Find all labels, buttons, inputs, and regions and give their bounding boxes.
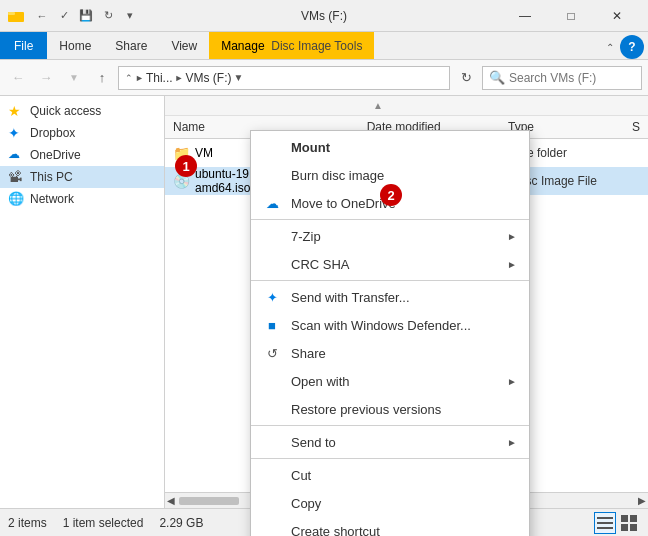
svg-rect-3 — [597, 522, 613, 524]
file-label-vm: VM — [195, 146, 213, 160]
ribbon-collapse-icon[interactable]: ⌃ — [606, 42, 614, 53]
qa-undo-btn[interactable]: ↻ — [98, 6, 118, 26]
qa-dropdown-btn[interactable]: ▾ — [120, 6, 140, 26]
ctx-item-openwith[interactable]: Open with ► — [251, 367, 529, 395]
title-bar: ← ✓ 💾 ↻ ▾ VMs (F:) — □ ✕ — [0, 0, 648, 32]
sidebar-label-thispc: This PC — [30, 170, 73, 184]
ctx-item-mount[interactable]: Mount — [251, 133, 529, 161]
col-header-size[interactable]: S — [624, 120, 648, 134]
sidebar-item-quickaccess[interactable]: ★ Quick access — [0, 100, 164, 122]
dropbox-icon: ✦ — [8, 125, 24, 141]
ctx-shortcut-label: Create shortcut — [291, 524, 517, 537]
forward-button[interactable]: → — [34, 66, 58, 90]
ctx-openwith-arrow: ► — [507, 376, 517, 387]
refresh-button[interactable]: ↻ — [454, 66, 478, 90]
sidebar-item-onedrive[interactable]: ☁ OneDrive — [0, 144, 164, 166]
ctx-cut-icon — [263, 466, 281, 484]
quick-access-icons: ← ✓ 💾 ↻ ▾ — [32, 6, 140, 26]
h-scroll-right[interactable]: ▶ — [636, 495, 648, 506]
qa-back-btn[interactable]: ← — [32, 6, 52, 26]
addr-sep-icon: ► — [175, 73, 184, 83]
onedrive-icon: ☁ — [8, 147, 24, 163]
ctx-7zip-arrow: ► — [507, 231, 517, 242]
details-view-button[interactable] — [594, 512, 616, 534]
h-scroll-thumb[interactable] — [179, 497, 239, 505]
ctx-sendto-label: Send to — [291, 435, 497, 450]
close-button[interactable]: ✕ — [594, 0, 640, 32]
help-button[interactable]: ? — [620, 35, 644, 59]
nav-bar: ← → ▼ ↑ ⌃ ► Thi... ► VMs (F:) ▼ ↻ 🔍 — [0, 60, 648, 96]
tab-share[interactable]: Share — [103, 32, 159, 59]
ctx-item-share[interactable]: ↺ Share — [251, 339, 529, 367]
sidebar-item-network[interactable]: 🌐 Network — [0, 188, 164, 210]
svg-rect-4 — [597, 527, 613, 529]
ctx-item-restore[interactable]: Restore previous versions — [251, 395, 529, 423]
ctx-openwith-icon — [263, 372, 281, 390]
svg-rect-2 — [597, 517, 613, 519]
qa-save-btn[interactable]: 💾 — [76, 6, 96, 26]
h-scroll-left[interactable]: ◀ — [165, 495, 177, 506]
ctx-burn-icon — [263, 166, 281, 184]
sidebar-label-quickaccess: Quick access — [30, 104, 101, 118]
ctx-copy-icon — [263, 494, 281, 512]
sidebar-label-dropbox: Dropbox — [30, 126, 75, 140]
ctx-copy-label: Copy — [291, 496, 517, 511]
tab-manage[interactable]: Manage Disc Image Tools — [209, 32, 374, 59]
addr-dropdown-icon[interactable]: ▼ — [234, 72, 244, 83]
minimize-button[interactable]: — — [502, 0, 548, 32]
ctx-item-crcsha[interactable]: CRC SHA ► — [251, 250, 529, 278]
ctx-mount-label: Mount — [291, 140, 517, 155]
addr-drive[interactable]: VMs (F:) — [186, 71, 232, 85]
ctx-sep-2 — [251, 280, 529, 281]
window-controls: — □ ✕ — [502, 0, 640, 32]
ctx-item-shortcut[interactable]: Create shortcut — [251, 517, 529, 536]
view-toggle — [594, 512, 640, 534]
svg-rect-7 — [621, 524, 628, 531]
search-input[interactable] — [509, 71, 635, 85]
ctx-sep-4 — [251, 458, 529, 459]
ctx-transfer-icon: ✦ — [263, 288, 281, 306]
file-type-iso: Disc Image File — [514, 174, 640, 188]
svg-rect-8 — [630, 524, 637, 531]
search-box[interactable]: 🔍 — [482, 66, 642, 90]
addr-this-pc[interactable]: Thi... — [146, 71, 173, 85]
large-icons-view-button[interactable] — [618, 512, 640, 534]
qa-checkmark-btn[interactable]: ✓ — [54, 6, 74, 26]
manage-tab-label: Manage — [221, 39, 264, 53]
ctx-share-icon: ↺ — [263, 344, 281, 362]
recent-button[interactable]: ▼ — [62, 66, 86, 90]
address-bar[interactable]: ⌃ ► Thi... ► VMs (F:) ▼ — [118, 66, 450, 90]
tab-file[interactable]: File — [0, 32, 47, 59]
computer-icon: 📽 — [8, 169, 24, 185]
maximize-button[interactable]: □ — [548, 0, 594, 32]
sidebar-item-thispc[interactable]: 📽 This PC — [0, 166, 164, 188]
ctx-onedrive-icon: ☁ — [263, 194, 281, 212]
ctx-sep-1 — [251, 219, 529, 220]
ctx-item-copy[interactable]: Copy — [251, 489, 529, 517]
ctx-item-defender[interactable]: ■ Scan with Windows Defender... — [251, 311, 529, 339]
ctx-item-7zip[interactable]: 7-Zip ► — [251, 222, 529, 250]
ctx-item-cut[interactable]: Cut — [251, 461, 529, 489]
tab-view[interactable]: View — [159, 32, 209, 59]
sidebar: ★ Quick access ✦ Dropbox ☁ OneDrive 📽 Th… — [0, 96, 165, 508]
ctx-transfer-label: Send with Transfer... — [291, 290, 517, 305]
ctx-shortcut-icon — [263, 522, 281, 536]
back-button[interactable]: ← — [6, 66, 30, 90]
file-type-vm: File folder — [514, 146, 640, 160]
search-icon: 🔍 — [489, 70, 505, 85]
ctx-item-transfer[interactable]: ✦ Send with Transfer... — [251, 283, 529, 311]
star-icon: ★ — [8, 103, 24, 119]
up-button[interactable]: ↑ — [90, 66, 114, 90]
ctx-item-sendto[interactable]: Send to ► — [251, 428, 529, 456]
address-parts: ⌃ ► Thi... ► VMs (F:) ▼ — [125, 71, 443, 85]
ctx-crcsha-icon — [263, 255, 281, 273]
tab-home[interactable]: Home — [47, 32, 103, 59]
sidebar-item-dropbox[interactable]: ✦ Dropbox — [0, 122, 164, 144]
ctx-sendto-icon — [263, 433, 281, 451]
badge-step-2: 2 — [380, 184, 402, 206]
network-icon: 🌐 — [8, 191, 24, 207]
sidebar-label-network: Network — [30, 192, 74, 206]
svg-rect-5 — [621, 515, 628, 522]
ctx-crcsha-label: CRC SHA — [291, 257, 497, 272]
sidebar-label-onedrive: OneDrive — [30, 148, 81, 162]
